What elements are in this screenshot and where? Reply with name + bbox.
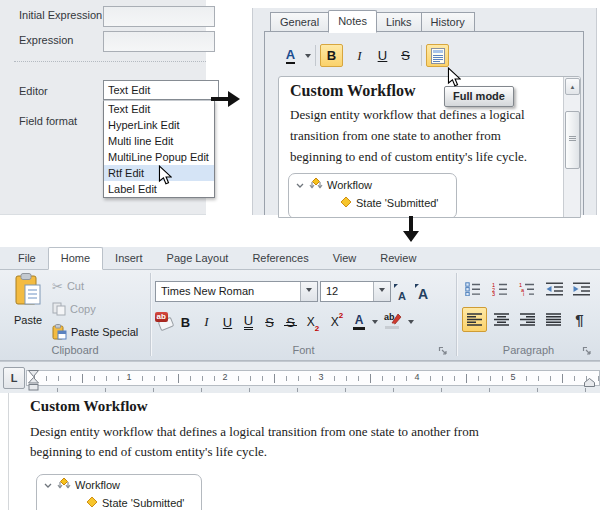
font-color-button[interactable]: A	[279, 44, 302, 67]
initial-expression-label: Initial Expression	[19, 9, 102, 21]
italic-button[interactable]: I	[348, 44, 371, 67]
tree-node-label[interactable]: State 'Submitted'	[102, 497, 184, 509]
dropdown-item[interactable]: MultiLine Popup Edit	[104, 149, 214, 165]
workflow-tree: Workflow State 'Submitted'	[36, 474, 202, 510]
combo-dropdown-button[interactable]	[300, 282, 317, 301]
state-diamond-icon	[340, 196, 352, 208]
ribbon-tab-file[interactable]: File	[6, 248, 48, 269]
font-name-combobox[interactable]: Times New Roman	[155, 281, 318, 302]
font-dialog-launcher-icon[interactable]	[438, 346, 448, 356]
svg-text:i: i	[523, 291, 524, 296]
font-size-combobox[interactable]: 12	[320, 281, 391, 302]
tab-stop-selector[interactable]: L	[3, 367, 25, 389]
tab-general[interactable]: General	[270, 12, 329, 32]
strikethrough-button[interactable]: S	[394, 44, 417, 67]
copy-label: Copy	[70, 303, 96, 315]
eraser-ab-badge: ab	[155, 312, 168, 322]
copy-button[interactable]: Copy	[52, 300, 96, 318]
document-text-line: Design entity workflow that defines a lo…	[30, 424, 479, 440]
tab-notes[interactable]: Notes	[328, 10, 377, 33]
font-group-label: Font	[151, 344, 456, 356]
multilevel-list-button[interactable]: 1 a i	[516, 279, 538, 299]
tree-node-label[interactable]: Workflow	[327, 179, 372, 191]
right-indent-marker[interactable]	[584, 378, 595, 387]
highlighter-pen-icon	[390, 313, 402, 325]
numbering-icon: 1 2 3	[492, 282, 508, 296]
ribbon-tab-page-layout[interactable]: Page Layout	[155, 248, 241, 269]
double-underline-button[interactable]: U	[238, 311, 259, 333]
shrink-font-button[interactable]: A	[392, 281, 412, 302]
tree-expander-icon[interactable]	[44, 483, 52, 488]
align-center-button[interactable]	[490, 308, 513, 331]
rich-edit-toolbar: A B I U S	[279, 43, 449, 68]
memo-text-line: transition from one state to another fro…	[290, 128, 501, 144]
scrollbar-thumb[interactable]	[565, 111, 580, 169]
tree-node-label[interactable]: Workflow	[75, 479, 120, 491]
paragraph-group: 1 2 3 1 a i	[457, 270, 600, 360]
increase-indent-button[interactable]	[570, 279, 592, 299]
scroll-up-button[interactable]: ▲	[565, 78, 580, 95]
tree-expander-icon[interactable]	[296, 183, 304, 188]
ribbon-tab-references[interactable]: References	[240, 248, 320, 269]
toolbar-separator	[315, 45, 316, 66]
cut-button[interactable]: ✂ Cut	[52, 277, 84, 295]
double-strikethrough-button[interactable]: S	[280, 311, 301, 333]
ribbon-tab-review[interactable]: Review	[368, 248, 428, 269]
notes-memo-editor[interactable]: Custom Workflow Design entity workflow t…	[278, 76, 581, 218]
strikethrough-button[interactable]: S	[259, 311, 280, 333]
decrease-indent-button[interactable]	[543, 279, 565, 299]
superscript-button[interactable]: X2	[325, 311, 349, 333]
editor-combobox[interactable]: Text Edit	[103, 80, 219, 100]
combo-dropdown-button[interactable]	[373, 282, 390, 301]
justify-button[interactable]	[542, 308, 565, 331]
chevron-down-icon[interactable]	[305, 54, 311, 61]
workflow-tree: Workflow State 'Submitted'	[288, 173, 457, 218]
align-center-icon	[494, 313, 509, 326]
tab-history[interactable]: History	[421, 12, 475, 32]
underline-button[interactable]: U	[217, 311, 238, 333]
paste-label: Paste	[8, 314, 48, 326]
italic-button[interactable]: I	[196, 311, 217, 333]
vertical-scrollbar[interactable]: ▲	[563, 77, 580, 217]
bold-button[interactable]: B	[320, 44, 343, 67]
numbering-button[interactable]: 1 2 3	[489, 279, 511, 299]
dropdown-item[interactable]: Text Edit	[104, 101, 214, 117]
initial-expression-field[interactable]	[103, 6, 215, 27]
flow-arrow-down-icon	[402, 216, 420, 243]
show-paragraph-marks-button[interactable]: ¶	[568, 308, 591, 331]
increase-indent-icon	[573, 282, 590, 296]
paste-special-button[interactable]: Paste Special	[52, 323, 138, 341]
ribbon-tab-view[interactable]: View	[321, 248, 369, 269]
align-right-button[interactable]	[516, 308, 539, 331]
notes-tab-page: A B I U S	[264, 31, 584, 215]
ribbon-tab-home[interactable]: Home	[48, 247, 103, 270]
paragraph-dialog-launcher-icon[interactable]	[582, 346, 592, 356]
clear-formatting-button[interactable]: ab	[154, 311, 175, 333]
dropdown-item[interactable]: HyperLink Edit	[104, 117, 214, 133]
bullets-button[interactable]	[462, 279, 484, 299]
ribbon-body: Paste ✂ Cut Copy	[0, 270, 600, 361]
ruler-number: 4	[411, 372, 423, 383]
align-right-icon	[520, 313, 535, 326]
ribbon-tab-insert[interactable]: Insert	[103, 248, 155, 269]
tab-links[interactable]: Links	[376, 12, 422, 32]
dropdown-item[interactable]: Multi line Edit	[104, 133, 214, 149]
text-highlight-button[interactable]: ab	[381, 311, 405, 333]
notes-dialog: General Notes Links History A B I U	[252, 8, 597, 215]
full-mode-button[interactable]	[426, 44, 449, 67]
bold-button[interactable]: B	[175, 311, 196, 333]
align-left-button[interactable]	[462, 307, 487, 332]
chevron-down-icon[interactable]	[372, 320, 378, 327]
grow-font-button[interactable]: A	[413, 281, 433, 302]
chevron-down-icon[interactable]	[408, 320, 414, 327]
expression-field[interactable]	[103, 31, 215, 52]
subscript-button[interactable]: X2	[301, 311, 325, 333]
paste-button[interactable]: Paste	[8, 273, 48, 343]
svg-text:3: 3	[492, 291, 495, 296]
tree-node-label[interactable]: State 'Submitted'	[356, 197, 438, 209]
first-line-indent-marker[interactable]	[28, 370, 39, 377]
font-color-button[interactable]: A	[349, 311, 369, 333]
underline-button[interactable]: U	[371, 44, 394, 67]
document-area[interactable]: Custom Workflow Design entity workflow t…	[0, 393, 600, 510]
memo-heading: Custom Workflow	[290, 82, 416, 100]
